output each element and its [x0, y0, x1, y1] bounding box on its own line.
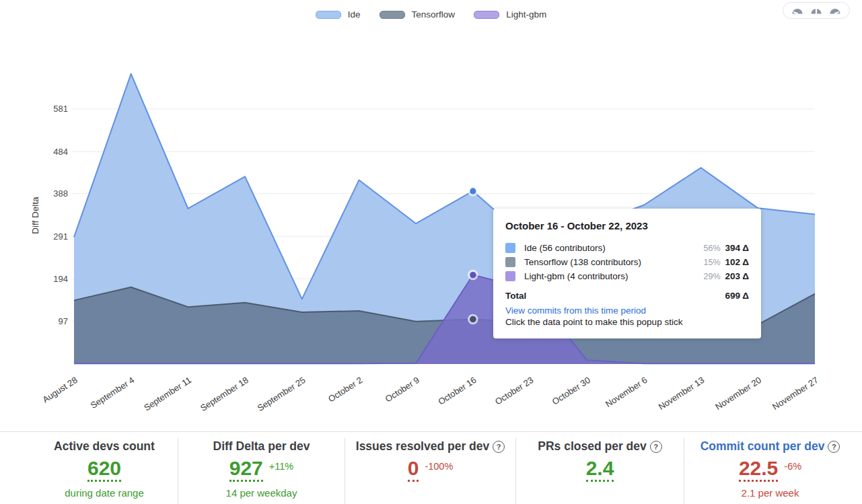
- tooltip-total-label: Total: [505, 291, 526, 301]
- x-axis-tick-label: August 28: [40, 375, 79, 404]
- stat-title: Issues resolved per dev?: [345, 439, 515, 454]
- stat-value-row: 0-100%: [345, 458, 515, 482]
- stat-value-row: 2.4: [516, 458, 684, 482]
- y-axis-tick-label: 291: [53, 231, 68, 242]
- stat-issues-resolved-per-dev[interactable]: Issues resolved per dev?0-100%: [345, 438, 515, 504]
- x-axis-tick-label: November 20: [713, 375, 763, 412]
- help-icon[interactable]: ?: [828, 441, 840, 453]
- ide-swatch-icon: [505, 243, 515, 253]
- x-axis-tick-label: September 11: [142, 375, 193, 413]
- light-gbm-swatch-icon: [505, 271, 515, 281]
- stat-subtitle: during date range: [31, 487, 178, 499]
- stat-title: Diff Delta per dev: [178, 439, 345, 454]
- stat-value-row: 22.5-6%: [684, 458, 856, 482]
- x-axis-tick-label: October 16: [436, 375, 478, 407]
- tooltip-total-row: Total 699 Δ: [505, 291, 749, 301]
- stat-value: 0: [408, 458, 419, 482]
- stat-title: Commit count per dev?: [684, 439, 856, 454]
- y-axis-tick-label: 484: [53, 147, 68, 157]
- x-axis-tick-label: November 27: [770, 375, 820, 412]
- tooltip-series-row: Light-gbm (4 contributors)29%203 Δ: [505, 269, 749, 283]
- y-axis-tick-label: 388: [53, 188, 68, 199]
- stat-delta: +11%: [269, 461, 293, 472]
- x-axis-tick-label: October 2: [326, 375, 364, 404]
- metrics-summary-bar: Active devs count620during date rangeDif…: [0, 431, 862, 504]
- stat-title: PRs closed per dev?: [516, 439, 684, 454]
- tooltip-series-value: 394 Δ: [725, 243, 749, 253]
- developer-analytics-dashboard: IdeTensorflowLight-gbm 97194291388484581…: [0, 0, 862, 504]
- tooltip-series-name: Ide (56 contributors): [524, 243, 703, 253]
- stat-value: 22.5: [739, 458, 778, 482]
- view-commits-link[interactable]: View commits from this time period: [505, 305, 749, 316]
- x-axis-tick-label: September 4: [89, 375, 137, 410]
- chart-tooltip: October 16 - October 22, 2023 Ide (56 co…: [493, 209, 761, 338]
- tooltip-series-value: 102 Δ: [725, 257, 749, 267]
- tensorflow-data-point[interactable]: [470, 316, 476, 322]
- x-axis-tick-label: September 25: [256, 375, 308, 413]
- stat-value: 620: [87, 458, 121, 482]
- tooltip-series-percent: 29%: [703, 272, 720, 281]
- stat-value: 927: [229, 458, 263, 482]
- stat-delta: -6%: [784, 461, 801, 472]
- stat-subtitle: 14 per weekday: [178, 487, 345, 499]
- light-gbm-data-point[interactable]: [470, 272, 476, 278]
- tooltip-series-percent: 15%: [703, 258, 720, 267]
- x-axis-tick-label: October 23: [493, 375, 535, 407]
- tooltip-series-row: Tensorflow (138 contributors)15%102 Δ: [505, 255, 749, 269]
- stat-active-devs-count[interactable]: Active devs count620during date range: [31, 438, 178, 504]
- ide-data-point[interactable]: [470, 188, 476, 194]
- stat-delta: -100%: [425, 461, 453, 472]
- stat-diff-delta-per-dev[interactable]: Diff Delta per dev927+11%14 per weekday: [178, 438, 345, 504]
- y-axis-tick-label: 97: [59, 316, 68, 326]
- stat-value-row: 620: [31, 458, 178, 482]
- tooltip-date-range: October 16 - October 22, 2023: [505, 220, 749, 231]
- x-axis-tick-label: November 6: [604, 375, 649, 409]
- stat-subtitle: 2.1 per week: [684, 487, 856, 499]
- tooltip-series-name: Tensorflow (138 contributors): [524, 257, 703, 267]
- stat-value: 2.4: [586, 458, 614, 482]
- help-icon[interactable]: ?: [650, 441, 662, 453]
- y-axis-tick-label: 581: [53, 104, 68, 114]
- tooltip-series-row: Ide (56 contributors)56%394 Δ: [505, 241, 749, 255]
- tooltip-series-name: Light-gbm (4 contributors): [524, 271, 703, 281]
- x-axis-tick-label: November 13: [657, 375, 707, 412]
- tooltip-series-rows: Ide (56 contributors)56%394 ΔTensorflow …: [505, 241, 749, 283]
- tooltip-note: Click the data point to make this popup …: [505, 317, 749, 327]
- y-axis-title: Diff Delta: [30, 196, 40, 234]
- tooltip-series-percent: 56%: [703, 244, 720, 253]
- stat-prs-closed-per-dev[interactable]: PRs closed per dev?2.4: [515, 438, 684, 504]
- stat-title: Active devs count: [31, 439, 178, 454]
- stat-value-row: 927+11%: [178, 458, 345, 482]
- y-axis-tick-label: 194: [53, 274, 68, 284]
- tooltip-series-value: 203 Δ: [725, 271, 749, 281]
- stat-commit-count-per-dev[interactable]: Commit count per dev?22.5-6%2.1 per week: [684, 438, 856, 504]
- x-axis-tick-label: October 9: [384, 375, 421, 404]
- x-axis-tick-label: October 30: [550, 375, 592, 407]
- tooltip-total-value: 699 Δ: [725, 291, 749, 301]
- x-axis-tick-label: September 18: [199, 375, 250, 413]
- tensorflow-swatch-icon: [505, 257, 515, 267]
- help-icon[interactable]: ?: [493, 441, 505, 453]
